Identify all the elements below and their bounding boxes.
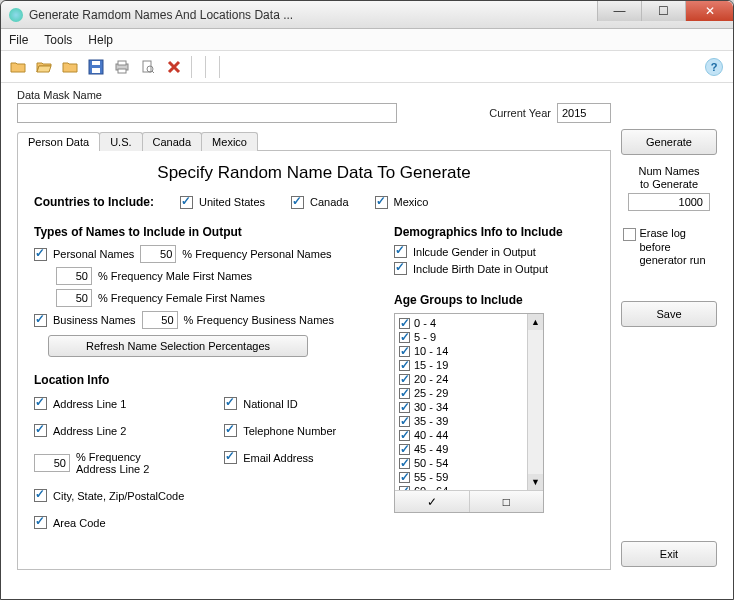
menu-help[interactable]: Help: [88, 33, 113, 47]
checkbox-business-names[interactable]: [34, 314, 47, 327]
personal-label: Personal Names: [53, 248, 134, 260]
uncheck-all-button[interactable]: □: [470, 491, 544, 512]
checkbox-birth[interactable]: [394, 262, 407, 275]
checkbox-area[interactable]: [34, 516, 47, 529]
email-label: Email Address: [243, 452, 313, 464]
num-names-input[interactable]: [628, 193, 710, 211]
age-group-item[interactable]: 20 - 24: [395, 372, 527, 386]
addr2-freq-label: % Frequency Address Line 2: [76, 451, 156, 475]
exit-button[interactable]: Exit: [621, 541, 717, 567]
help-icon[interactable]: ?: [705, 58, 723, 76]
personal-freq-input[interactable]: [140, 245, 176, 263]
age-group-checkbox[interactable]: [399, 318, 410, 329]
scroll-up-icon[interactable]: ▲: [528, 314, 543, 330]
scrollbar[interactable]: ▲ ▼: [527, 314, 543, 490]
age-group-checkbox[interactable]: [399, 402, 410, 413]
age-group-label: 5 - 9: [414, 331, 436, 343]
preview-icon[interactable]: [137, 56, 159, 78]
checkbox-us[interactable]: [180, 196, 193, 209]
data-mask-input[interactable]: [17, 103, 397, 123]
generate-button[interactable]: Generate: [621, 129, 717, 155]
open-folder-icon[interactable]: [33, 56, 55, 78]
age-group-item[interactable]: 40 - 44: [395, 428, 527, 442]
personal-freq-label: % Frequency Personal Names: [182, 248, 331, 260]
scroll-down-icon[interactable]: ▼: [528, 474, 543, 490]
maximize-button[interactable]: ☐: [641, 1, 685, 21]
folder-icon[interactable]: [7, 56, 29, 78]
checkbox-personal-names[interactable]: [34, 248, 47, 261]
tab-us[interactable]: U.S.: [99, 132, 142, 151]
folder2-icon[interactable]: [59, 56, 81, 78]
age-group-label: 40 - 44: [414, 429, 448, 441]
current-year-input[interactable]: [557, 103, 611, 123]
svg-line-8: [152, 71, 154, 73]
age-group-label: 20 - 24: [414, 373, 448, 385]
checkbox-addr2[interactable]: [34, 424, 47, 437]
age-group-checkbox[interactable]: [399, 430, 410, 441]
addr2-freq-input[interactable]: [34, 454, 70, 472]
refresh-button[interactable]: Refresh Name Selection Percentages: [48, 335, 308, 357]
menu-tools[interactable]: Tools: [44, 33, 72, 47]
titlebar: Generate Ramdom Names And Locations Data…: [1, 1, 733, 29]
addr1-label: Address Line 1: [53, 398, 126, 410]
age-group-checkbox[interactable]: [399, 486, 410, 491]
business-freq-input[interactable]: [142, 311, 178, 329]
close-button[interactable]: ✕: [685, 1, 733, 21]
age-group-checkbox[interactable]: [399, 360, 410, 371]
tab-canada[interactable]: Canada: [142, 132, 203, 151]
separator: [191, 56, 197, 78]
age-group-item[interactable]: 0 - 4: [395, 316, 527, 330]
age-group-checkbox[interactable]: [399, 346, 410, 357]
age-group-item[interactable]: 15 - 19: [395, 358, 527, 372]
male-freq-input[interactable]: [56, 267, 92, 285]
checkbox-email[interactable]: [224, 451, 237, 464]
checkbox-nid[interactable]: [224, 397, 237, 410]
age-groups-listbox: 0 - 45 - 910 - 1415 - 1920 - 2425 - 2930…: [394, 313, 544, 513]
country-us: United States: [199, 196, 265, 208]
age-group-checkbox[interactable]: [399, 332, 410, 343]
age-group-item[interactable]: 5 - 9: [395, 330, 527, 344]
age-group-item[interactable]: 30 - 34: [395, 400, 527, 414]
age-group-checkbox[interactable]: [399, 472, 410, 483]
checkbox-addr1[interactable]: [34, 397, 47, 410]
print-icon[interactable]: [111, 56, 133, 78]
types-heading: Types of Names to Include in Output: [34, 225, 364, 239]
menu-file[interactable]: File: [9, 33, 28, 47]
demo-heading: Demographics Info to Include: [394, 225, 594, 239]
age-group-checkbox[interactable]: [399, 458, 410, 469]
age-group-item[interactable]: 45 - 49: [395, 442, 527, 456]
menubar: File Tools Help: [1, 29, 733, 51]
tab-mexico[interactable]: Mexico: [201, 132, 258, 151]
age-group-label: 50 - 54: [414, 457, 448, 469]
age-group-checkbox[interactable]: [399, 374, 410, 385]
save-button[interactable]: Save: [621, 301, 717, 327]
tab-person-data[interactable]: Person Data: [17, 132, 100, 151]
checkbox-canada[interactable]: [291, 196, 304, 209]
age-group-item[interactable]: 25 - 29: [395, 386, 527, 400]
checkbox-gender[interactable]: [394, 245, 407, 258]
check-all-button[interactable]: ✓: [395, 491, 470, 512]
checkbox-tel[interactable]: [224, 424, 237, 437]
svg-rect-4: [118, 61, 126, 65]
checkbox-mexico[interactable]: [375, 196, 388, 209]
age-group-checkbox[interactable]: [399, 388, 410, 399]
age-group-item[interactable]: 35 - 39: [395, 414, 527, 428]
age-group-label: 30 - 34: [414, 401, 448, 413]
age-group-checkbox[interactable]: [399, 416, 410, 427]
minimize-button[interactable]: —: [597, 1, 641, 21]
delete-icon[interactable]: [163, 56, 185, 78]
age-group-label: 45 - 49: [414, 443, 448, 455]
checkbox-city[interactable]: [34, 489, 47, 502]
checkbox-erase-log[interactable]: [623, 228, 636, 241]
female-freq-input[interactable]: [56, 289, 92, 307]
window-title: Generate Ramdom Names And Locations Data…: [29, 8, 293, 22]
age-group-item[interactable]: 55 - 59: [395, 470, 527, 484]
location-heading: Location Info: [34, 373, 364, 387]
age-group-item[interactable]: 50 - 54: [395, 456, 527, 470]
app-window: Generate Ramdom Names And Locations Data…: [0, 0, 734, 600]
tel-label: Telephone Number: [243, 425, 336, 437]
countries-label: Countries to Include:: [34, 195, 154, 209]
age-group-item[interactable]: 10 - 14: [395, 344, 527, 358]
age-group-checkbox[interactable]: [399, 444, 410, 455]
save-icon[interactable]: [85, 56, 107, 78]
